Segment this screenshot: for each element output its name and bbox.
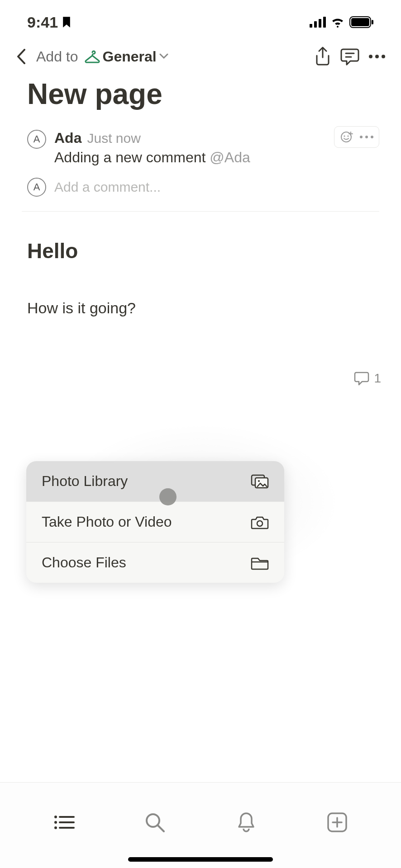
battery-icon xyxy=(349,16,374,28)
comment-text: Adding a new comment @Ada xyxy=(54,149,379,166)
status-time: 9:41 xyxy=(27,14,58,31)
status-indicators xyxy=(310,16,374,28)
attachment-menu: Photo Library Take Photo or Video Choose… xyxy=(26,461,284,583)
bookmark-icon xyxy=(62,16,72,28)
svg-rect-0 xyxy=(310,24,312,28)
menu-photo-library[interactable]: Photo Library xyxy=(26,461,284,501)
add-comment-row[interactable]: A Add a comment... xyxy=(27,178,379,197)
wifi-icon xyxy=(330,17,345,28)
comment-time: Just now xyxy=(87,131,140,146)
svg-point-14 xyxy=(258,480,260,482)
camera-icon xyxy=(251,515,269,529)
status-time-group: 9:41 xyxy=(27,14,72,31)
comment-text-prefix: Adding a new comment xyxy=(54,149,210,165)
addto-label: Add to xyxy=(36,48,78,65)
touch-indicator xyxy=(159,488,177,505)
menu-item-label: Take Photo or Video xyxy=(42,514,172,530)
comment-icon xyxy=(340,47,359,66)
menu-item-label: Choose Files xyxy=(42,554,126,571)
add-comment-placeholder: Add a comment... xyxy=(54,179,161,195)
comment-thread: A Ada Just now Adding a new comment @Ada… xyxy=(0,121,401,197)
share-icon xyxy=(314,47,331,66)
menu-choose-files[interactable]: Choose Files xyxy=(26,542,284,583)
svg-rect-6 xyxy=(372,20,373,24)
hanger-icon xyxy=(85,50,100,63)
space-selector[interactable]: General xyxy=(85,48,168,65)
photo-library-icon xyxy=(251,474,269,489)
bell-icon xyxy=(236,811,256,833)
comment-body: Ada Just now Adding a new comment @Ada xyxy=(54,130,379,166)
chevron-down-icon xyxy=(159,53,168,60)
plus-square-icon xyxy=(327,812,348,833)
comment-item[interactable]: A Ada Just now Adding a new comment @Ada xyxy=(27,130,379,166)
svg-point-18 xyxy=(54,821,57,824)
content-line[interactable]: How is it going? xyxy=(27,299,374,317)
status-bar: 9:41 xyxy=(0,0,401,41)
search-icon xyxy=(144,811,166,833)
svg-point-17 xyxy=(54,816,57,818)
page-content[interactable]: Hello How is it going? xyxy=(0,212,401,317)
add-reaction-icon[interactable] xyxy=(340,130,353,144)
svg-point-19 xyxy=(54,826,57,829)
tab-notifications[interactable] xyxy=(233,809,260,836)
svg-rect-1 xyxy=(314,21,317,28)
top-nav: Add to General xyxy=(0,41,401,78)
comment-author: Ada xyxy=(54,130,81,146)
comments-button[interactable] xyxy=(339,46,360,67)
back-button[interactable] xyxy=(14,48,30,65)
chevron-left-icon xyxy=(16,49,27,64)
svg-point-10 xyxy=(344,136,345,137)
space-name: General xyxy=(103,48,157,65)
page-title[interactable]: New page xyxy=(0,78,401,121)
svg-point-11 xyxy=(347,136,348,137)
menu-item-label: Photo Library xyxy=(42,473,128,490)
tab-search[interactable] xyxy=(141,809,168,836)
svg-rect-3 xyxy=(323,17,326,28)
comment-more-icon[interactable] xyxy=(360,136,373,138)
more-icon xyxy=(369,55,385,58)
svg-point-15 xyxy=(257,521,263,526)
share-button[interactable] xyxy=(312,46,333,67)
svg-line-24 xyxy=(158,826,164,831)
inline-comment-indicator[interactable]: 1 xyxy=(0,317,401,386)
avatar: A xyxy=(27,130,46,149)
tab-new[interactable] xyxy=(324,809,351,836)
svg-rect-5 xyxy=(351,18,369,26)
svg-rect-2 xyxy=(319,19,321,28)
folder-icon xyxy=(251,556,269,570)
avatar: A xyxy=(27,178,46,197)
inline-comment-count: 1 xyxy=(374,371,381,386)
cellular-icon xyxy=(310,17,326,28)
menu-take-photo[interactable]: Take Photo or Video xyxy=(26,502,284,542)
bottom-tabbar xyxy=(0,782,401,868)
home-indicator[interactable] xyxy=(128,857,273,862)
list-icon xyxy=(53,813,75,831)
comment-actions xyxy=(334,126,379,148)
tab-list[interactable] xyxy=(50,809,77,836)
comment-mention[interactable]: @Ada xyxy=(210,149,250,165)
content-heading[interactable]: Hello xyxy=(27,239,374,263)
more-button[interactable] xyxy=(367,46,387,67)
comment-bubble-icon xyxy=(354,371,369,386)
